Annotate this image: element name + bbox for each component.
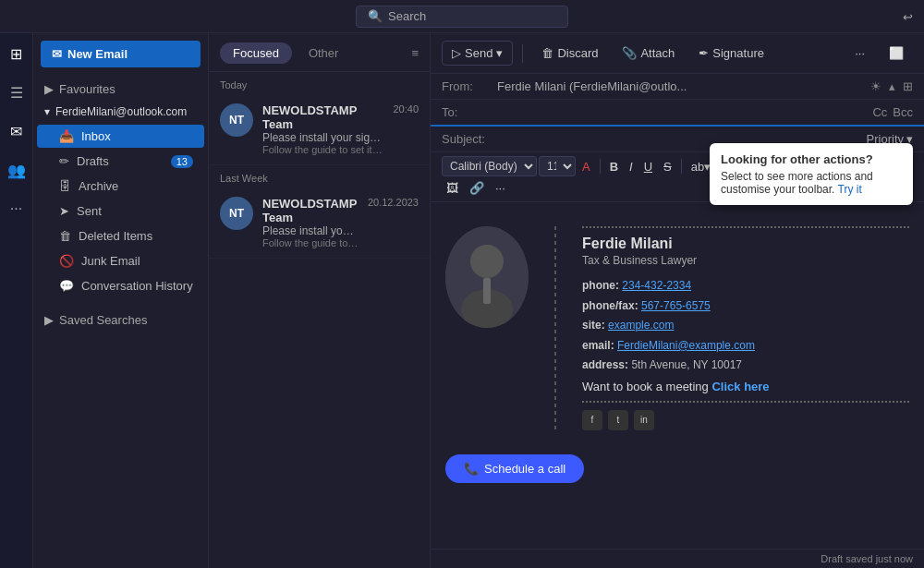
sent-icon: ➤	[59, 204, 69, 218]
more-icon-btn[interactable]: ···	[4, 196, 30, 222]
new-email-button[interactable]: ✉ New Email	[41, 41, 201, 67]
date-label-lastweek: Last Week	[209, 165, 430, 187]
junk-icon: 🚫	[59, 254, 74, 268]
click-here-link[interactable]: Click here	[711, 380, 769, 393]
from-label: From:	[442, 79, 497, 93]
tab-other[interactable]: Other	[296, 42, 352, 64]
facebook-icon[interactable]: f	[582, 410, 602, 430]
apps-icon[interactable]: ⊞	[903, 79, 913, 93]
email-value[interactable]: FerdieMilani@example.com	[617, 339, 755, 352]
italic-button[interactable]: I	[625, 157, 638, 176]
link-button[interactable]: 🔗	[465, 178, 489, 198]
signature-photo-svg	[445, 226, 529, 328]
phone-value[interactable]: 234-432-2334	[622, 279, 691, 292]
send-icon: ▷	[452, 46, 461, 60]
email-item-0[interactable]: NT NEWOLDSTAMP Team Please install your …	[209, 94, 430, 165]
mail-icon-btn[interactable]: ✉	[4, 118, 30, 144]
folder-archive[interactable]: 🗄 Archive	[37, 175, 204, 198]
tab-focused[interactable]: Focused	[220, 42, 292, 64]
email-item-1[interactable]: NT NEWOLDSTAMP Team Please install your …	[209, 187, 430, 259]
toolbar-sep-1	[522, 44, 523, 63]
sig-dotted-top	[582, 226, 909, 228]
email-label: email:	[582, 339, 614, 352]
drafts-badge: 13	[171, 155, 193, 168]
archive-icon: 🗄	[59, 179, 71, 193]
favourites-header[interactable]: ▶ Favourites	[33, 79, 208, 100]
image-button[interactable]: 🖼	[442, 178, 463, 198]
folder-sent[interactable]: ➤ Sent	[37, 199, 204, 223]
font-size-select[interactable]: 11	[539, 156, 576, 176]
svg-rect-3	[483, 278, 491, 304]
compose-panel: ▷ Send ▾ 🗑 Discard 📎 Attach ✒ Signature …	[431, 33, 924, 568]
folder-deleted[interactable]: 🗑 Deleted Items	[37, 224, 204, 248]
bcc-button[interactable]: Bcc	[893, 105, 913, 119]
more-icon: ···	[855, 46, 865, 60]
tooltip-try-link[interactable]: Try it	[838, 183, 862, 196]
discard-button[interactable]: 🗑 Discard	[532, 42, 607, 65]
twitter-icon[interactable]: t	[608, 410, 628, 430]
sig-title: Tax & Business Lawyer	[582, 254, 909, 267]
folder-drafts[interactable]: ✏ Drafts 13	[37, 150, 204, 173]
filter-icon[interactable]: ≡	[411, 46, 419, 60]
underline-button[interactable]: U	[639, 157, 657, 176]
address-label: address:	[582, 358, 628, 371]
phone-label: phone:	[582, 279, 619, 292]
new-email-icon: ✉	[52, 47, 62, 61]
schedule-button[interactable]: 📞 Schedule a call	[445, 454, 584, 483]
draft-status: Draft saved just now	[821, 553, 913, 564]
folder-inbox[interactable]: 📥 Inbox	[37, 125, 204, 148]
to-field[interactable]: To: Cc Bcc	[431, 100, 924, 127]
signature-button[interactable]: ✒ Signature	[689, 42, 773, 65]
font-family-select[interactable]: Calibri (Body)	[442, 156, 537, 176]
site-value[interactable]: example.com	[608, 319, 674, 332]
top-right-icon[interactable]: ↩	[903, 9, 913, 23]
compose-fields-area: From: Ferdie Milani (FerdieMilani@outlo.…	[431, 74, 924, 152]
window-button[interactable]: ⬜	[880, 42, 913, 65]
sun-icon[interactable]: ☀	[870, 79, 881, 93]
chevron-up-icon[interactable]: ▴	[889, 79, 895, 93]
folder-junk[interactable]: 🚫 Junk Email	[37, 249, 204, 272]
attach-icon: 📎	[622, 46, 637, 60]
sig-dotted-bottom	[582, 401, 909, 403]
tooltip-title: Looking for other actions?	[721, 152, 902, 166]
sig-name: Ferdie Milani	[582, 236, 909, 252]
format-more-button[interactable]: ···	[491, 178, 510, 198]
font-color-icon[interactable]: A	[578, 157, 595, 176]
chevron-right-saved-icon: ▶	[44, 313, 54, 327]
cc-button[interactable]: Cc	[872, 105, 887, 119]
phone-schedule-icon: 📞	[464, 462, 479, 476]
fmt-sep-1	[600, 159, 601, 174]
strikethrough-button[interactable]: S	[659, 157, 676, 176]
compose-body[interactable]: Ferdie Milani Tax & Business Lawyer phon…	[431, 202, 924, 549]
linkedin-icon[interactable]: in	[634, 410, 654, 430]
signature-icon: ✒	[699, 46, 709, 60]
people-icon-btn[interactable]: 👥	[4, 157, 30, 183]
signature-photo	[445, 226, 529, 328]
status-bar: Draft saved just now	[431, 549, 924, 568]
to-input[interactable]	[497, 105, 872, 119]
email-list-header: Focused Other ≡	[209, 33, 430, 72]
fmt-sep-2	[681, 159, 682, 174]
drafts-icon: ✏	[59, 154, 69, 168]
inbox-icon: 📥	[59, 129, 74, 143]
folder-conversation[interactable]: 💬 Conversation History	[37, 274, 204, 297]
icon-sidebar: ⊞ ☰ ✉ 👥 ···	[0, 33, 33, 568]
phonefax-value[interactable]: 567-765-6575	[641, 299, 711, 312]
hamburger-icon-btn[interactable]: ☰	[4, 79, 30, 105]
search-icon: 🔍	[368, 9, 383, 23]
avatar-0: NT	[220, 103, 253, 137]
bold-button[interactable]: B	[605, 157, 623, 176]
search-box[interactable]: 🔍 Search	[356, 6, 568, 28]
attach-button[interactable]: 📎 Attach	[613, 42, 684, 65]
account-header[interactable]: ▾ FerdieMilani@outlook.com	[33, 100, 208, 124]
cc-bcc-buttons: Cc Bcc	[872, 105, 913, 119]
tooltip-popup: Looking for other actions? Select to see…	[710, 143, 913, 205]
email-content-0: NEWOLDSTAMP Team Please install your sig…	[262, 103, 383, 155]
site-label: site:	[582, 319, 605, 332]
send-button[interactable]: ▷ Send ▾	[442, 41, 513, 66]
more-actions-button[interactable]: ···	[845, 42, 874, 65]
grid-icon-btn[interactable]: ⊞	[4, 41, 30, 66]
nav-panel: ✉ New Email ▶ Favourites ▾ FerdieMilani@…	[33, 33, 209, 568]
saved-searches-header[interactable]: ▶ Saved Searches	[33, 309, 208, 331]
avatar-1: NT	[220, 197, 253, 230]
